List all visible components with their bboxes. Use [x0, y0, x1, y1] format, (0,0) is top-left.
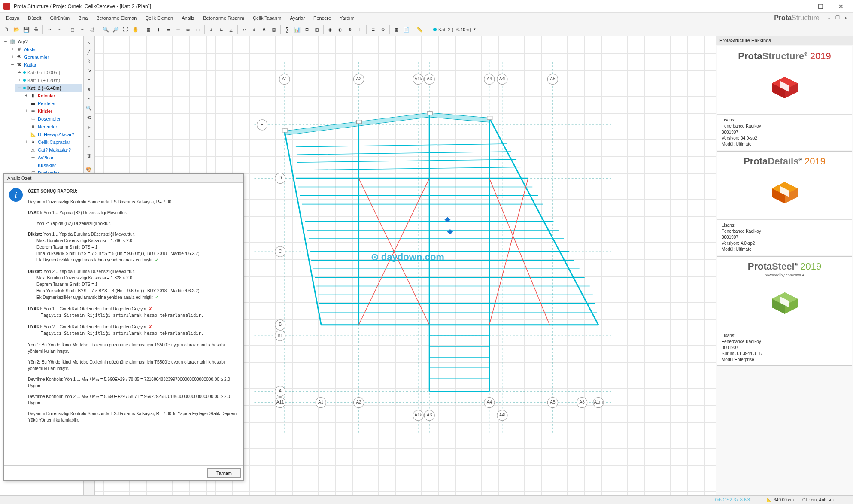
3d-icon[interactable]: ◫: [312, 25, 322, 34]
crosshair-icon[interactable]: ✛: [85, 123, 93, 131]
polyline-icon[interactable]: ⌇: [85, 57, 93, 65]
tree-root[interactable]: −🏢Yap?: [2, 38, 82, 46]
menu-gorunum[interactable]: Görünüm: [46, 15, 74, 21]
floor-indicator[interactable]: Kat: 2 (+6.40m) ▼: [433, 27, 476, 32]
ok-button[interactable]: Tamam: [207, 468, 241, 478]
copy-icon[interactable]: ⿻: [88, 25, 97, 34]
opening-icon[interactable]: ◻: [193, 25, 203, 34]
snap-mid-icon[interactable]: ◐: [335, 25, 345, 34]
curve-icon[interactable]: ∿: [85, 66, 93, 75]
dim-horizontal-icon[interactable]: ↔: [240, 25, 249, 34]
close-button[interactable]: ✕: [832, 1, 850, 12]
mdi-restore[interactable]: ❐: [834, 15, 841, 21]
scale-icon[interactable]: 📏: [415, 25, 424, 34]
rotate-icon[interactable]: ↻: [85, 94, 93, 103]
svg-text:A2: A2: [356, 76, 361, 81]
tree-akslar[interactable]: +#Akslar: [9, 46, 82, 53]
zoom-extents-icon[interactable]: ⛶: [121, 25, 130, 34]
tree-kolonlar[interactable]: +▮Kolonlar: [22, 92, 82, 100]
delete-icon[interactable]: 🗑: [85, 151, 93, 160]
section-icon[interactable]: ⊞: [302, 25, 312, 34]
maximize-button[interactable]: ☐: [812, 1, 829, 12]
new-icon[interactable]: 🗋: [2, 25, 11, 34]
svg-text:B: B: [279, 322, 282, 327]
snap-perp-icon[interactable]: ⊥: [355, 25, 364, 34]
tree-katlar[interactable]: −🏗Katlar: [9, 61, 82, 69]
undo-icon[interactable]: ↶: [45, 25, 54, 34]
tree-kat1[interactable]: +Kat: 1 (+3.20m): [15, 76, 82, 84]
menu-analiz[interactable]: Analiz: [177, 15, 199, 21]
refresh-icon[interactable]: ⟲: [85, 113, 93, 122]
menu-dosya[interactable]: Dosya: [2, 15, 24, 21]
joists: [296, 144, 597, 379]
svg-text:E: E: [261, 122, 264, 127]
support-icon[interactable]: △: [226, 25, 236, 34]
print-icon[interactable]: 🖶: [31, 25, 41, 34]
menu-yardim[interactable]: Yardım: [335, 15, 359, 21]
zoom-in-icon[interactable]: 🔍: [101, 25, 110, 34]
tree-celik-capraz[interactable]: +✕Celik Caprazlar: [22, 138, 82, 146]
target-icon[interactable]: ⊕: [85, 85, 93, 94]
table-icon[interactable]: ▦: [392, 25, 401, 34]
svg-text:A1: A1: [282, 76, 288, 81]
grid-icon[interactable]: ▦: [144, 25, 153, 34]
svg-text:A8: A8: [580, 400, 585, 404]
load-icon[interactable]: ↓: [206, 25, 216, 34]
save-icon[interactable]: 💾: [21, 25, 31, 34]
mdi-minimize[interactable]: -: [826, 15, 832, 21]
report-icon[interactable]: 📄: [401, 25, 411, 34]
palette-icon[interactable]: 🎨: [85, 165, 93, 173]
beam-icon[interactable]: ═: [173, 25, 183, 34]
column-icon[interactable]: ▮: [154, 25, 163, 34]
mdi-close[interactable]: ×: [843, 15, 850, 21]
menu-celik-eleman[interactable]: Çelik Eleman: [141, 15, 177, 21]
tree-d-hesap[interactable]: 📐D. Hesap Akslar?: [22, 131, 82, 138]
home-icon[interactable]: ⌂: [85, 132, 93, 141]
properties-icon[interactable]: ⚙: [378, 25, 388, 34]
tree-nervurler[interactable]: ≡Nervurler: [22, 123, 82, 131]
snap-int-icon[interactable]: ⊗: [345, 25, 355, 34]
menu-celik-tasarim[interactable]: Çelik Tasarım: [249, 15, 285, 21]
export-icon[interactable]: ↗: [85, 142, 93, 150]
tree-kusaklar[interactable]: │Kusaklar: [22, 161, 82, 169]
steel-logo-icon: [763, 284, 806, 318]
tree-perdeler[interactable]: ▬Perdeler: [22, 100, 82, 107]
results-icon[interactable]: 📊: [292, 25, 302, 34]
wall-icon[interactable]: ▬: [164, 25, 173, 34]
menu-pencere[interactable]: Pencere: [309, 15, 335, 21]
line-load-icon[interactable]: ⇊: [216, 25, 226, 34]
tree-dosemeler[interactable]: ▭Dosemeler: [22, 115, 82, 123]
tree-gorunumler[interactable]: +👁Gorunumler: [9, 53, 82, 61]
menu-betonarme-eleman[interactable]: Betonarme Eleman: [92, 15, 141, 21]
slab-icon[interactable]: ▭: [183, 25, 193, 34]
zoom-out-icon[interactable]: 🔎: [111, 25, 120, 34]
redo-icon[interactable]: ↷: [55, 25, 64, 34]
analysis-icon[interactable]: ∑: [282, 25, 292, 34]
line-icon[interactable]: ╱: [85, 47, 93, 56]
pointer-icon[interactable]: ↖: [85, 38, 93, 46]
menu-ayarlar[interactable]: Ayarlar: [285, 15, 309, 21]
minimize-button[interactable]: —: [791, 1, 808, 12]
tree-kat0[interactable]: +Kat: 0 (+0.00m): [15, 69, 82, 76]
text-icon[interactable]: A: [259, 25, 269, 34]
menu-bina[interactable]: Bina: [74, 15, 92, 21]
select-icon[interactable]: ⬚: [68, 25, 77, 34]
dim-vertical-icon[interactable]: ↕: [249, 25, 259, 34]
pan-icon[interactable]: ✋: [131, 25, 140, 34]
cut-icon[interactable]: ✂: [78, 25, 87, 34]
tree-kat2[interactable]: −Kat: 2 (+6.40m): [15, 84, 82, 92]
tree-kirisler[interactable]: +═Kirisler: [22, 107, 82, 115]
hatch-icon[interactable]: ▤: [269, 25, 279, 34]
zoom-window-icon[interactable]: 🔍: [85, 104, 93, 112]
svg-rect-98: [427, 112, 432, 115]
layers-icon[interactable]: ≡: [368, 25, 378, 34]
snap-end-icon[interactable]: ◉: [325, 25, 335, 34]
svg-text:A1k: A1k: [414, 76, 422, 81]
menu-duzelt[interactable]: Düzelt: [24, 15, 46, 21]
open-icon[interactable]: 📂: [12, 25, 21, 34]
tree-asiklar[interactable]: ─As?klar: [22, 154, 82, 161]
tree-cati-makas[interactable]: △Cat? Makaslar?: [22, 146, 82, 154]
menu-betonarme-tasarim[interactable]: Betonarme Tasarım: [199, 15, 249, 21]
corner-icon[interactable]: ⌐: [85, 76, 93, 84]
svg-line-71: [297, 159, 516, 162]
